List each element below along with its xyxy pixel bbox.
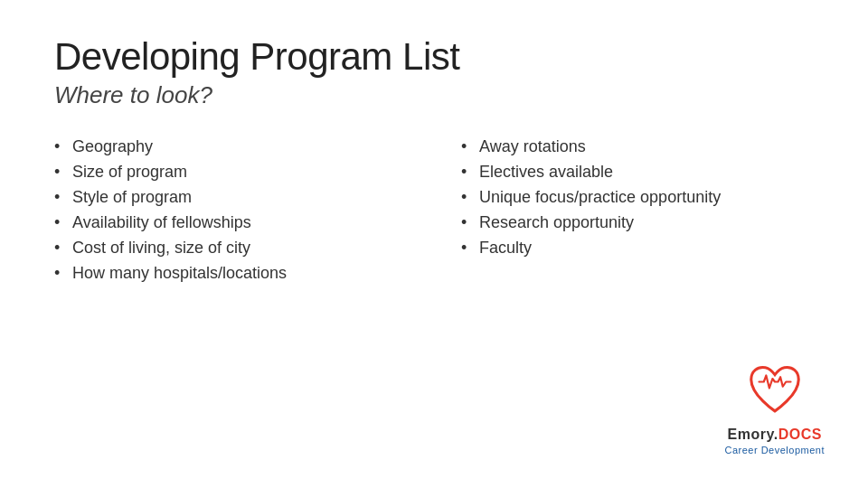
list-item: How many hospitals/locations: [54, 261, 407, 286]
slide: Developing Program List Where to look? G…: [0, 0, 868, 488]
emory-docs-logo-icon: [743, 360, 807, 423]
list-item: Unique focus/practice opportunity: [461, 185, 814, 211]
logo-emory-text: Emory.: [728, 427, 778, 443]
bullet-list: GeographySize of programStyle of program…: [54, 135, 814, 286]
list-item: Size of program: [54, 160, 407, 185]
logo-career-text: Career Development: [725, 445, 826, 455]
list-item: Faculty: [461, 236, 814, 261]
logo-docs-text: DOCS: [778, 427, 822, 443]
list-item: Availability of fellowships: [54, 211, 407, 236]
logo-brand-row: Emory. DOCS: [728, 423, 822, 443]
list-item: Away rotations: [461, 135, 814, 160]
list-item: Geography: [54, 135, 407, 160]
main-title: Developing Program List: [54, 36, 814, 78]
list-item: Research opportunity: [461, 211, 814, 236]
list-item: Cost of living, size of city: [54, 236, 407, 261]
logo-container: Emory. DOCS Career Development: [725, 360, 826, 455]
sub-title: Where to look?: [54, 81, 814, 109]
list-item: Electives available: [461, 160, 814, 185]
list-item: Style of program: [54, 185, 407, 211]
